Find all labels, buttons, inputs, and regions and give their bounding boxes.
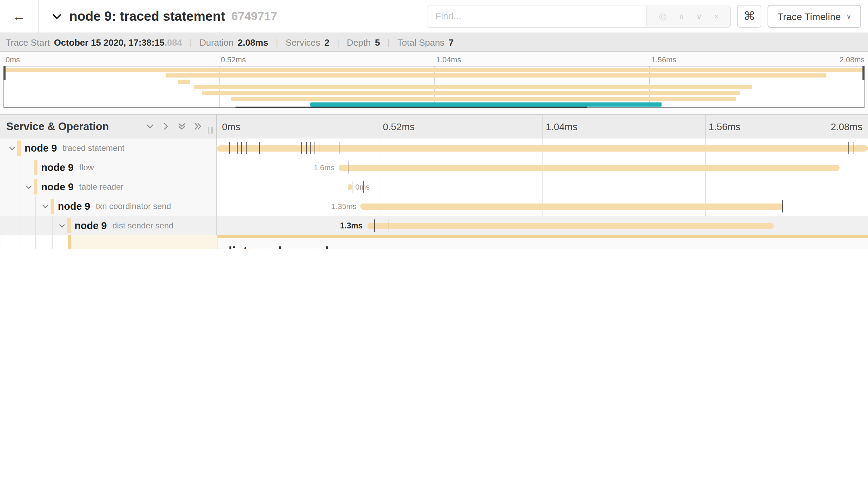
span-log-tick <box>319 142 319 154</box>
expand-collapse-controls <box>145 122 206 131</box>
indent-guide <box>1 216 1 235</box>
indent-guide <box>35 235 36 249</box>
span-name-cell[interactable]: node 9traced statement <box>0 138 216 158</box>
find-input[interactable] <box>428 6 647 27</box>
match-target-icon[interactable]: ◎ <box>659 12 667 21</box>
indent-guide <box>52 216 53 235</box>
minimap-canvas[interactable] <box>3 66 865 108</box>
minimap-left-handle[interactable] <box>3 66 6 80</box>
next-match-icon[interactable]: ∨ <box>696 12 702 20</box>
span-expander[interactable] <box>7 144 17 152</box>
view-selector-label: Trace Timeline <box>778 11 841 22</box>
axis-tick-label: 1.56ms <box>709 121 741 132</box>
span-row[interactable]: node 9txn coordinator send1.35ms <box>0 197 868 216</box>
double-chevron-right-icon <box>193 122 202 131</box>
detail-meta-value: 1.3ms <box>744 248 770 249</box>
span-bar[interactable] <box>348 184 352 190</box>
minimap-span-bar <box>194 85 752 89</box>
span-log-tick <box>237 142 238 154</box>
timeline-gridline <box>542 115 543 138</box>
indent-guide <box>19 158 19 177</box>
span-row[interactable]: node 9traced statement <box>0 138 868 158</box>
span-bar-cell[interactable]: 0ms <box>216 177 868 197</box>
span-duration-label: 1.3ms <box>340 221 363 229</box>
span-log-tick <box>389 219 389 232</box>
meta-separator: | <box>190 37 192 47</box>
back-arrow-icon: ← <box>12 9 26 24</box>
span-bar[interactable] <box>339 164 840 171</box>
span-expander[interactable] <box>40 202 51 210</box>
span-operation-name: table reader <box>79 182 126 192</box>
double-chevron-down-icon <box>177 122 186 131</box>
expand-one-button[interactable] <box>161 122 170 131</box>
span-operation-name: flow <box>79 163 97 172</box>
span-duration-label: 1.35ms <box>331 202 356 210</box>
span-bar-cell[interactable] <box>216 138 868 158</box>
minimap-tick-labels: 0ms0.52ms1.04ms1.56ms2.08ms <box>3 55 865 64</box>
span-row[interactable]: node 9table reader0ms <box>0 177 868 197</box>
span-log-tick <box>853 142 853 154</box>
indent-guide <box>52 235 53 249</box>
span-expander[interactable] <box>57 222 67 229</box>
span-color-bar <box>17 141 20 156</box>
trace-collapse-toggle[interactable] <box>51 11 62 22</box>
span-name-cell[interactable]: node 9flow <box>0 158 216 177</box>
span-bar-cell[interactable]: 1.3ms <box>216 216 868 235</box>
detail-meta-label: Service: <box>626 248 661 249</box>
keyboard-shortcuts-button[interactable]: ⌘ <box>737 5 762 28</box>
span-row[interactable]: node 9flow1.6ms <box>0 158 868 177</box>
span-bar-cell[interactable]: 1.6ms <box>216 158 868 177</box>
minimap-tick-label: 1.56ms <box>652 55 676 64</box>
detail-meta-label: Start Time: <box>785 248 831 249</box>
minimap-tick-label: 0.52ms <box>221 55 246 64</box>
span-row[interactable]: node 9dist sender send1.3ms <box>0 216 868 235</box>
meta-label: Duration <box>200 37 233 47</box>
minimap-span-bar <box>310 102 661 107</box>
indent-guide <box>1 235 1 249</box>
span-log-tick <box>353 181 353 193</box>
timeline-axis-header: 0ms0.52ms1.04ms1.56ms2.08ms <box>216 115 868 138</box>
span-detail-panel: dist sender send Service: node 9|Duratio… <box>216 235 868 249</box>
collapse-all-button[interactable] <box>177 122 186 131</box>
span-bar-cell[interactable]: 1.35ms <box>216 197 868 216</box>
span-log-tick <box>307 142 307 154</box>
service-operation-title: Service & Operation <box>6 120 109 133</box>
indent-guide <box>19 197 19 216</box>
span-bar[interactable] <box>367 223 774 229</box>
span-name-cell[interactable]: node 9table reader <box>0 177 216 197</box>
span-name-cell[interactable]: node 9txn coordinator send <box>0 197 216 216</box>
indent-guide <box>1 158 1 177</box>
command-icon: ⌘ <box>744 9 755 24</box>
span-rows-region: node 9traced statementnode 9flow1.6msnod… <box>0 138 868 249</box>
trace-minimap: 0ms0.52ms1.04ms1.56ms2.08ms <box>0 52 868 114</box>
back-button[interactable]: ← <box>0 0 39 33</box>
span-bar[interactable] <box>361 203 783 210</box>
span-color-bar <box>34 179 37 194</box>
minimap-tick-label: 1.04ms <box>436 55 461 64</box>
indent-guide <box>35 197 36 216</box>
span-log-tick <box>310 142 311 154</box>
collapse-one-button[interactable] <box>145 122 154 131</box>
detail-meta-value: 0.48ms <box>831 248 861 249</box>
minimap-right-handle[interactable] <box>862 66 865 80</box>
view-selector-button[interactable]: Trace Timeline ∨ <box>768 5 861 28</box>
timeline-header-row: Service & Operation 0ms0.52ms1.04ms1.56m… <box>0 114 868 138</box>
minimap-tick-label: 2.08ms <box>840 55 865 64</box>
meta-label: Depth <box>347 37 371 47</box>
meta-value: October 15 2020, 17:38:15 <box>54 37 165 47</box>
span-color-top-border <box>217 235 868 238</box>
expand-all-button[interactable] <box>193 122 202 131</box>
column-resize-grip[interactable] <box>207 127 212 134</box>
span-color-bar <box>51 199 54 214</box>
service-operation-header: Service & Operation <box>0 115 216 138</box>
span-expander[interactable] <box>24 183 34 191</box>
meta-separator: | <box>276 37 278 47</box>
prev-match-icon[interactable]: ∧ <box>679 12 685 20</box>
span-log-tick <box>229 142 230 154</box>
top-bar: ← node 9: traced statement 6749717 ◎∧∨× … <box>0 0 868 33</box>
span-detail-strip: dist sender send Service: node 9|Duratio… <box>0 235 868 249</box>
clear-search-icon[interactable]: × <box>714 12 719 20</box>
minimap-viewport-indicator[interactable] <box>236 106 587 108</box>
span-color-bar <box>67 218 70 233</box>
span-name-cell[interactable]: node 9dist sender send <box>0 216 216 235</box>
